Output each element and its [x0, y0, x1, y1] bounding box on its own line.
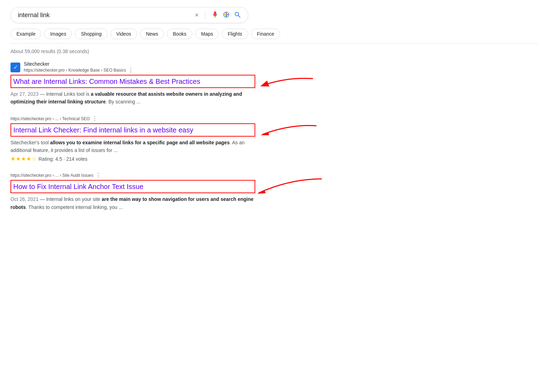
chip-news[interactable]: News: [140, 29, 164, 39]
favicon-1: ✓: [10, 63, 20, 72]
chip-example[interactable]: Example: [10, 29, 41, 39]
result-snippet-3: Oct 26, 2021 — Internal links on your si…: [10, 195, 255, 211]
result-snippet-1: Apr 27, 2023 — Internal Links tool is a …: [10, 90, 255, 106]
svg-line-4: [238, 15, 240, 17]
chip-images[interactable]: Images: [44, 29, 72, 39]
star-2: ★: [16, 155, 21, 162]
result-title-3[interactable]: How to Fix Internal Link Anchor Text Iss…: [10, 180, 255, 193]
chip-maps[interactable]: Maps: [195, 29, 219, 39]
url-menu-3[interactable]: ⋮: [95, 172, 101, 179]
result-item-2: https://sitechecker.pro › ... › Technica…: [10, 115, 255, 162]
chip-shopping[interactable]: Shopping: [75, 29, 107, 39]
result-snippet-2: Sitechecker's tool allows you to examine…: [10, 139, 255, 154]
star-3: ★: [21, 155, 26, 162]
arrow-2: [259, 122, 318, 147]
site-url-1: https://sitechecker.pro › Knowledge Base…: [24, 67, 134, 73]
result-title-2[interactable]: Internal Link Checker: Find internal lin…: [10, 123, 255, 137]
search-input[interactable]: [18, 12, 195, 19]
source-info-1: Sitechecker https://sitechecker.pro › Kn…: [24, 61, 134, 73]
favicon-checkmark: ✓: [13, 64, 18, 71]
result-source-1: ✓ Sitechecker https://sitechecker.pro › …: [10, 61, 255, 73]
rating-text: Rating: 4.5 · 214 votes: [38, 156, 87, 162]
result-item-1: ✓ Sitechecker https://sitechecker.pro › …: [10, 61, 255, 106]
result-title-1[interactable]: What are Internal Links: Common Mistakes…: [10, 75, 255, 88]
chip-videos[interactable]: Videos: [110, 29, 137, 39]
search-bar: ×: [10, 7, 248, 23]
result-1: ✓ Sitechecker https://sitechecker.pro › …: [10, 61, 255, 106]
mic-icon[interactable]: [212, 11, 219, 19]
star-1: ★: [10, 155, 15, 162]
url-menu-1[interactable]: ⋮: [128, 67, 134, 73]
result-url-line-2: https://sitechecker.pro › ... › Technica…: [10, 115, 255, 122]
filter-chips: Example Images Shopping Videos News Book…: [10, 29, 539, 44]
rating-row: ★ ★ ★ ★ ☆ Rating: 4.5 · 214 votes: [10, 155, 255, 162]
star-4: ★: [26, 155, 31, 162]
arrow-3: [255, 175, 325, 203]
url-menu-2[interactable]: ⋮: [92, 115, 98, 122]
result-url-line-3: https://sitechecker.pro › ... › Site Aud…: [10, 172, 255, 179]
stars: ★ ★ ★ ★ ☆: [10, 155, 36, 162]
site-name-1: Sitechecker: [24, 61, 134, 67]
lens-icon[interactable]: [223, 11, 230, 19]
clear-icon[interactable]: ×: [195, 12, 199, 19]
result-item-3: https://sitechecker.pro › ... › Site Aud…: [10, 172, 255, 211]
star-half: ☆: [31, 155, 36, 162]
arrow-1: [259, 75, 315, 96]
chip-books[interactable]: Books: [167, 29, 192, 39]
divider: [205, 11, 205, 19]
results-count: About 59,000 results (0.38 seconds): [10, 49, 539, 54]
result-3: https://sitechecker.pro › ... › Site Aud…: [10, 172, 255, 211]
search-icon[interactable]: [234, 11, 241, 19]
chip-finance[interactable]: Finance: [251, 29, 280, 39]
result-2: https://sitechecker.pro › ... › Technica…: [10, 115, 255, 162]
chip-flights[interactable]: Flights: [222, 29, 248, 39]
search-icons: ×: [195, 11, 241, 19]
